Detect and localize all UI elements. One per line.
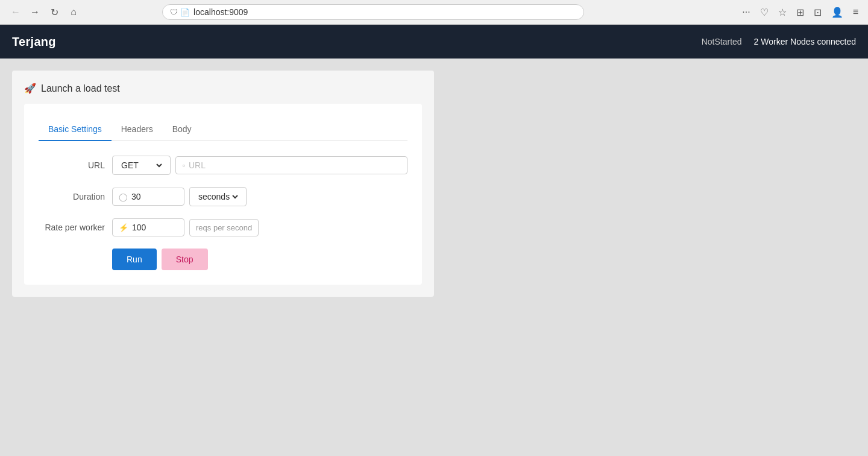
tabs: Basic Settings Headers Body xyxy=(39,118,407,141)
main-content: 🚀 Launch a load test Basic Settings Head… xyxy=(0,59,868,456)
rocket-icon: 🚀 xyxy=(24,83,36,94)
duration-controls: ◯ seconds minutes xyxy=(112,187,407,206)
lightning-icon: ⚡ xyxy=(119,223,128,232)
url-row: URL GET POST PUT DELETE PATCH ◦ xyxy=(39,156,407,175)
button-row: Run Stop xyxy=(39,249,407,270)
pocket-button[interactable]: ♡ xyxy=(758,4,771,21)
forward-button[interactable]: → xyxy=(27,4,43,21)
duration-input-wrapper: ◯ xyxy=(112,188,184,206)
unit-select-wrapper[interactable]: seconds minutes xyxy=(189,187,247,206)
extensions-button[interactable]: ··· xyxy=(740,4,752,20)
app-title: Terjang xyxy=(12,35,56,49)
back-button[interactable]: ← xyxy=(7,4,24,21)
page-icon: 📄 xyxy=(180,8,190,17)
home-button[interactable]: ⌂ xyxy=(65,4,82,21)
address-bar-icons: 🛡 📄 xyxy=(170,8,190,17)
clock-icon: ◯ xyxy=(119,192,128,201)
tab-headers[interactable]: Headers xyxy=(112,118,163,141)
rate-unit-label: reqs per second xyxy=(189,219,259,236)
rate-row: Rate per worker ⚡ reqs per second xyxy=(39,218,407,236)
url-input-wrapper: ◦ xyxy=(175,156,407,174)
url-input[interactable] xyxy=(193,7,576,17)
status-badge: NotStarted xyxy=(702,37,742,46)
globe-icon: ◦ xyxy=(182,160,185,170)
rate-input[interactable] xyxy=(132,223,168,232)
tab-body[interactable]: Body xyxy=(163,118,201,141)
split-button[interactable]: ⊡ xyxy=(811,4,824,21)
method-select[interactable]: GET POST PUT DELETE PATCH xyxy=(119,160,164,171)
bookmark-button[interactable]: ☆ xyxy=(776,4,789,21)
panel-title: Launch a load test xyxy=(41,83,120,94)
rate-label: Rate per worker xyxy=(39,223,105,232)
panel: 🚀 Launch a load test Basic Settings Head… xyxy=(12,71,434,297)
rate-controls: ⚡ reqs per second xyxy=(112,218,407,236)
panel-header: 🚀 Launch a load test xyxy=(24,83,422,94)
url-controls: GET POST PUT DELETE PATCH ◦ xyxy=(112,156,407,175)
card: Basic Settings Headers Body URL GET POST… xyxy=(24,104,422,285)
worker-nodes-label: 2 Worker Nodes connected xyxy=(754,37,856,46)
rate-input-wrapper: ⚡ xyxy=(112,218,184,236)
shield-icon: 🛡 xyxy=(170,8,178,17)
url-text-input[interactable] xyxy=(189,160,401,170)
url-label: URL xyxy=(39,160,105,170)
browser-right-buttons: ··· ♡ ☆ ⊞ ⊡ 👤 ≡ xyxy=(740,4,861,21)
browser-chrome: ← → ↻ ⌂ 🛡 📄 ··· ♡ ☆ ⊞ ⊡ 👤 ≡ xyxy=(0,0,868,25)
unit-select[interactable]: seconds minutes xyxy=(196,191,240,202)
app-header-right: NotStarted 2 Worker Nodes connected xyxy=(702,37,856,46)
stop-button[interactable]: Stop xyxy=(162,249,208,270)
duration-row: Duration ◯ seconds minutes xyxy=(39,187,407,206)
collections-button[interactable]: ⊞ xyxy=(794,4,807,21)
menu-button[interactable]: ≡ xyxy=(851,4,861,20)
duration-input[interactable] xyxy=(131,192,168,201)
nav-buttons: ← → ↻ ⌂ xyxy=(7,4,82,21)
method-select-wrapper[interactable]: GET POST PUT DELETE PATCH xyxy=(112,156,171,175)
app-header: Terjang NotStarted 2 Worker Nodes connec… xyxy=(0,25,868,59)
run-button[interactable]: Run xyxy=(112,249,157,270)
tab-basic-settings[interactable]: Basic Settings xyxy=(39,118,112,141)
duration-label: Duration xyxy=(39,192,105,201)
address-bar[interactable]: 🛡 📄 xyxy=(162,4,584,20)
reload-button[interactable]: ↻ xyxy=(46,4,63,21)
profile-button[interactable]: 👤 xyxy=(829,4,846,21)
browser-toolbar: ← → ↻ ⌂ 🛡 📄 ··· ♡ ☆ ⊞ ⊡ 👤 ≡ xyxy=(0,0,868,24)
